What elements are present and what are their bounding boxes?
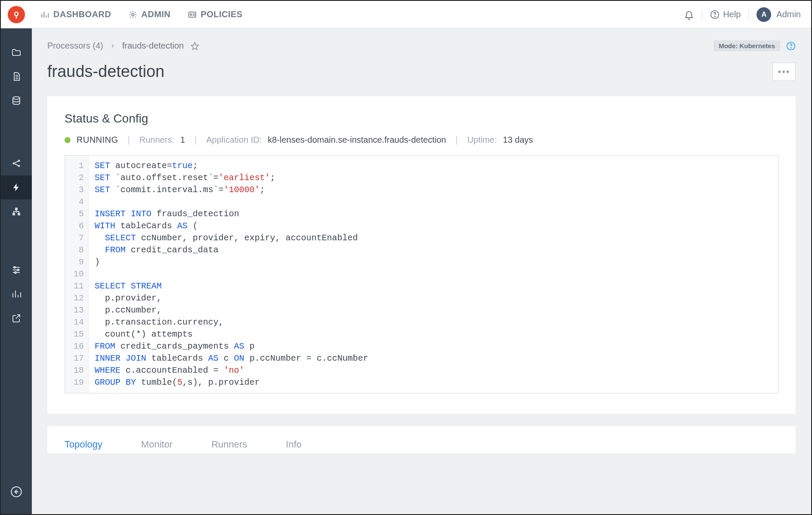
divider — [748, 10, 749, 19]
sidebar-item-chart[interactable] — [1, 282, 32, 306]
code-line: SET autocreate=true; — [95, 160, 772, 172]
bolt-icon — [12, 183, 21, 192]
status-dot-icon — [65, 137, 71, 143]
svg-point-15 — [790, 47, 791, 48]
tabs: TopologyMonitorRunnersInfo — [65, 439, 778, 454]
document-icon — [11, 71, 22, 82]
line-number: 19 — [73, 377, 84, 389]
detail-tabs-card: TopologyMonitorRunnersInfo — [47, 426, 796, 454]
code-line: SELECT ccNumber, provider, expiry, accou… — [95, 232, 772, 244]
svg-point-1 — [132, 13, 134, 16]
sidebar-item-plugin[interactable] — [1, 199, 32, 224]
sidebar-item-document[interactable] — [1, 64, 32, 89]
sidebar-item-sliders[interactable] — [1, 258, 32, 282]
line-number: 15 — [73, 328, 84, 340]
tab-topology[interactable]: Topology — [65, 439, 102, 454]
divider — [702, 10, 702, 19]
line-number: 5 — [73, 208, 84, 220]
svg-point-6 — [13, 97, 20, 99]
code-line: SELECT STREAM — [95, 280, 772, 292]
status-value: RUNNING — [77, 135, 118, 145]
status-config-card: Status & Config RUNNING | Runners: 1 | A… — [47, 96, 796, 414]
sidebar-item-bolt[interactable] — [1, 175, 32, 199]
status-line: RUNNING | Runners: 1 | Application ID: k… — [65, 135, 778, 145]
editor-code[interactable]: SET autocreate=true;SET `auto.offset.res… — [89, 156, 778, 393]
app-logo[interactable] — [8, 6, 25, 23]
arrow-left-circle-icon — [10, 486, 22, 498]
svg-point-3 — [190, 14, 191, 15]
breadcrumb-root[interactable]: Processors (4) — [47, 41, 103, 51]
database-icon — [11, 95, 22, 106]
star-icon — [191, 42, 199, 50]
bell-icon — [684, 9, 694, 20]
line-number: 11 — [73, 280, 84, 292]
chevron-right-icon — [110, 43, 115, 49]
line-number: 4 — [73, 196, 84, 208]
divider: | — [124, 135, 133, 145]
code-line: WHERE c.accountEnabled = 'no' — [95, 365, 772, 377]
breadcrumb-current: frauds-detection — [122, 41, 184, 51]
line-number: 6 — [73, 220, 84, 232]
line-number: 18 — [73, 365, 84, 377]
uptime-label: Uptime: — [467, 135, 497, 145]
notifications-button[interactable] — [684, 9, 694, 20]
divider: | — [191, 135, 200, 145]
page-title: frauds-detection — [47, 62, 165, 81]
nav-dashboard[interactable]: DASHBOARD — [40, 9, 111, 19]
tab-monitor[interactable]: Monitor — [141, 439, 172, 454]
line-number: 16 — [73, 340, 84, 353]
svg-point-12 — [15, 272, 16, 273]
nav-label: POLICIES — [201, 9, 243, 19]
help-button[interactable]: Help — [710, 9, 741, 19]
code-line: SET `auto.offset.reset`='earliest'; — [95, 172, 772, 184]
appid-value: k8-lenses-domain.se-instance.frauds-dete… — [268, 135, 446, 145]
help-icon — [710, 10, 720, 19]
help-label: Help — [723, 9, 741, 19]
context-help-button[interactable] — [786, 41, 796, 51]
title-row: frauds-detection ••• — [47, 62, 796, 81]
tab-runners[interactable]: Runners — [211, 439, 247, 454]
svg-point-10 — [14, 267, 15, 268]
uptime-value: 13 days — [503, 135, 533, 145]
code-line — [95, 196, 772, 208]
line-number: 9 — [73, 256, 84, 268]
more-actions-button[interactable]: ••• — [772, 63, 796, 81]
mode-badge: Mode: Kubernetes — [714, 40, 780, 51]
line-number: 17 — [73, 353, 84, 365]
line-number: 12 — [73, 292, 84, 304]
line-number: 14 — [73, 316, 84, 328]
tab-info[interactable]: Info — [286, 439, 302, 454]
gear-icon — [129, 10, 137, 19]
id-card-icon — [188, 10, 197, 19]
favorite-button[interactable] — [191, 42, 199, 50]
logo-icon — [12, 10, 21, 19]
sql-editor[interactable]: 12345678910111213141516171819 SET autocr… — [65, 155, 778, 393]
sidebar-item-database[interactable] — [1, 89, 32, 113]
plugin-icon — [11, 206, 22, 217]
bar-chart-icon — [11, 289, 22, 299]
sidebar-item-folder[interactable] — [1, 40, 32, 64]
code-line: FROM credit_cards_data — [95, 244, 772, 256]
svg-point-11 — [17, 269, 19, 271]
code-line: p.ccNumber, — [95, 304, 772, 316]
code-line: GROUP BY tumble(5,s), p.provider — [95, 377, 772, 389]
nav-admin[interactable]: ADMIN — [129, 9, 171, 19]
code-line — [95, 268, 772, 280]
user-name: Admin — [776, 9, 801, 19]
nav-label: ADMIN — [141, 9, 171, 19]
editor-gutter: 12345678910111213141516171819 — [65, 156, 89, 393]
breadcrumb: Processors (4) frauds-detection Mode: Ku… — [47, 40, 796, 51]
avatar-initial: A — [761, 10, 766, 19]
main-content: Processors (4) frauds-detection Mode: Ku… — [32, 28, 811, 514]
sidebar-item-back[interactable] — [1, 480, 32, 504]
bar-chart-icon — [40, 10, 49, 19]
sidebar-item-external[interactable] — [1, 306, 32, 330]
sidebar-item-share[interactable] — [1, 151, 32, 175]
card-title: Status & Config — [65, 112, 778, 126]
code-line: INNER JOIN tableCards AS c ON p.ccNumber… — [95, 353, 772, 365]
user-menu[interactable]: A Admin — [757, 7, 801, 22]
nav-policies[interactable]: POLICIES — [188, 9, 243, 19]
logo-cell — [1, 1, 32, 28]
help-icon — [786, 41, 796, 51]
runners-value: 1 — [180, 135, 185, 145]
